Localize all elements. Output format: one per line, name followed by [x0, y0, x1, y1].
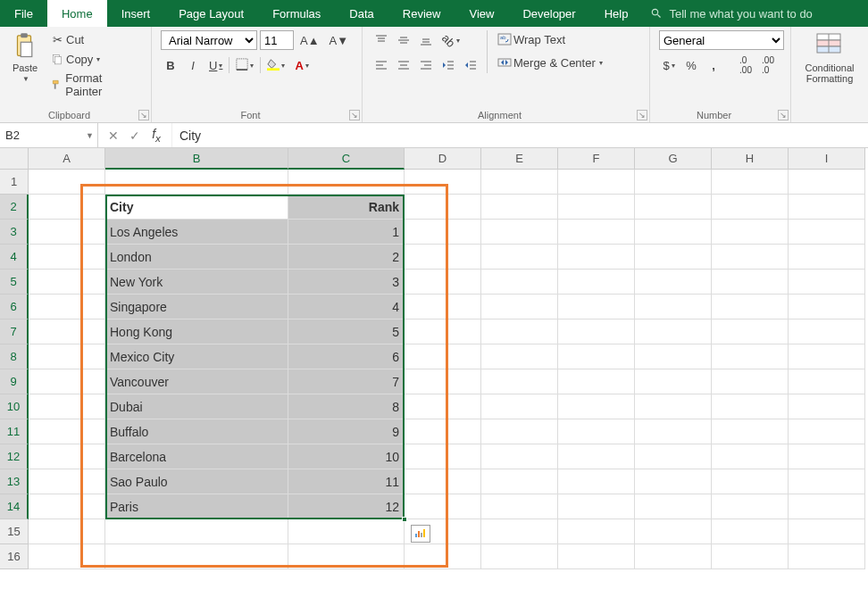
cell[interactable]: [288, 519, 405, 544]
cell[interactable]: [789, 170, 865, 195]
cell[interactable]: [405, 419, 481, 444]
borders-button[interactable]: ▾: [232, 55, 257, 75]
cell[interactable]: Paris: [105, 494, 288, 519]
tab-insert[interactable]: Insert: [107, 0, 165, 27]
cell[interactable]: [558, 270, 635, 295]
cell[interactable]: [712, 295, 789, 319]
cell[interactable]: [558, 494, 635, 519]
cell[interactable]: [29, 444, 105, 469]
align-bottom-button[interactable]: [416, 30, 436, 50]
cell[interactable]: [558, 544, 635, 569]
cell[interactable]: [405, 369, 481, 394]
cell[interactable]: 10: [288, 444, 405, 469]
cell[interactable]: [789, 319, 865, 344]
tab-help[interactable]: Help: [590, 0, 643, 27]
fill-color-button[interactable]: ▾: [263, 55, 288, 75]
cell[interactable]: [405, 469, 481, 494]
cell[interactable]: [558, 295, 635, 319]
col-header-C[interactable]: C: [288, 148, 405, 170]
cell[interactable]: [712, 469, 789, 494]
cell[interactable]: [481, 245, 558, 270]
col-header-A[interactable]: A: [29, 148, 105, 170]
font-launcher[interactable]: ↘: [349, 110, 360, 120]
cell[interactable]: [558, 344, 635, 369]
col-header-F[interactable]: F: [558, 148, 635, 170]
tell-me-search[interactable]: Tell me what you want to do: [642, 0, 812, 27]
cell[interactable]: [712, 270, 789, 295]
row-header-5[interactable]: 5: [0, 270, 29, 295]
row-header-8[interactable]: 8: [0, 344, 29, 369]
clipboard-launcher[interactable]: ↘: [138, 110, 149, 120]
format-painter-button[interactable]: Format Painter: [46, 70, 142, 100]
cell[interactable]: [29, 469, 105, 494]
cell[interactable]: 4: [288, 295, 405, 319]
cell[interactable]: [29, 369, 105, 394]
increase-indent-button[interactable]: [461, 55, 480, 75]
decrease-font-button[interactable]: A▼: [326, 30, 353, 50]
tab-home[interactable]: Home: [47, 0, 107, 27]
cell[interactable]: Mexico City: [105, 344, 288, 369]
row-header-14[interactable]: 14: [0, 494, 29, 519]
cell[interactable]: [789, 195, 865, 220]
cell[interactable]: [29, 245, 105, 270]
cancel-formula-button[interactable]: ✕: [104, 127, 123, 145]
cell[interactable]: [712, 220, 789, 245]
align-left-button[interactable]: [371, 55, 391, 75]
row-header-10[interactable]: 10: [0, 394, 29, 419]
row-header-13[interactable]: 13: [0, 469, 29, 494]
quick-analysis-button[interactable]: [411, 525, 430, 543]
cell[interactable]: [789, 494, 865, 519]
cell[interactable]: London: [105, 245, 288, 270]
cell[interactable]: 11: [288, 469, 405, 494]
align-middle-button[interactable]: [394, 30, 413, 50]
decrease-indent-button[interactable]: [438, 55, 458, 75]
cell[interactable]: Barcelona: [105, 444, 288, 469]
cell[interactable]: [288, 170, 405, 195]
cell[interactable]: [635, 469, 712, 494]
cell[interactable]: [789, 544, 865, 569]
row-header-1[interactable]: 1: [0, 170, 29, 195]
row-header-9[interactable]: 9: [0, 369, 29, 394]
row-header-15[interactable]: 15: [0, 519, 29, 544]
cell[interactable]: [558, 444, 635, 469]
cell[interactable]: [405, 319, 481, 344]
row-header-11[interactable]: 11: [0, 419, 29, 444]
cell[interactable]: [105, 170, 288, 195]
cell[interactable]: [405, 344, 481, 369]
cell[interactable]: Singapore: [105, 295, 288, 319]
increase-decimal-button[interactable]: .0.00: [736, 55, 755, 75]
cell[interactable]: [405, 295, 481, 319]
cell[interactable]: [481, 220, 558, 245]
cell[interactable]: [635, 245, 712, 270]
cell[interactable]: [635, 195, 712, 220]
cell[interactable]: [558, 220, 635, 245]
cell[interactable]: [481, 519, 558, 544]
cell[interactable]: [481, 419, 558, 444]
col-header-E[interactable]: E: [481, 148, 558, 170]
cell[interactable]: [712, 195, 789, 220]
col-header-I[interactable]: I: [789, 148, 865, 170]
cell[interactable]: [481, 444, 558, 469]
cell[interactable]: [635, 494, 712, 519]
row-header-12[interactable]: 12: [0, 444, 29, 469]
cell[interactable]: Buffalo: [105, 419, 288, 444]
align-top-button[interactable]: [371, 30, 391, 50]
cell[interactable]: [789, 519, 865, 544]
cell[interactable]: [712, 519, 789, 544]
cell[interactable]: [29, 195, 105, 220]
cell[interactable]: [405, 170, 481, 195]
cell[interactable]: [635, 519, 712, 544]
cell[interactable]: [558, 245, 635, 270]
cell[interactable]: 9: [288, 419, 405, 444]
tab-review[interactable]: Review: [388, 0, 455, 27]
align-center-button[interactable]: [394, 55, 413, 75]
cell[interactable]: [405, 270, 481, 295]
cell[interactable]: 8: [288, 394, 405, 419]
cell[interactable]: [29, 344, 105, 369]
number-format-select[interactable]: General: [659, 30, 784, 50]
increase-font-button[interactable]: A▲: [296, 30, 323, 50]
cell[interactable]: [405, 444, 481, 469]
cell[interactable]: [789, 245, 865, 270]
cell[interactable]: 1: [288, 220, 405, 245]
cell[interactable]: [558, 170, 635, 195]
